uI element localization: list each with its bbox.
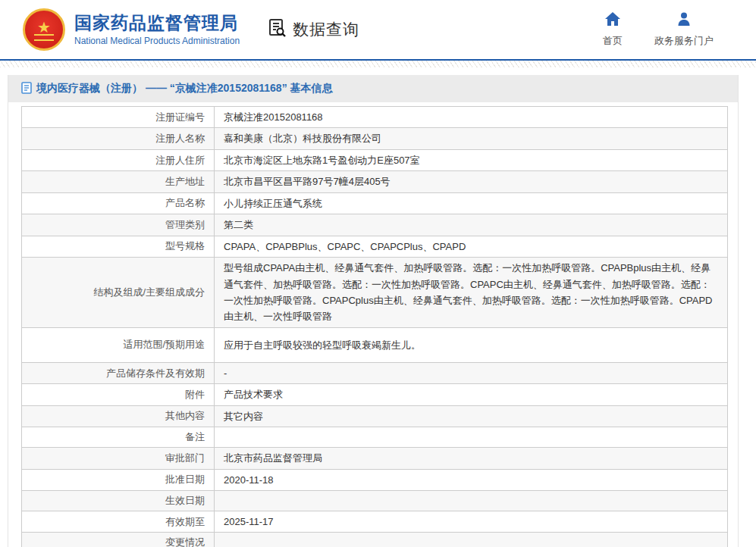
- row-value: 北京市药品监督管理局: [215, 448, 728, 469]
- nav-item-label: 首页: [603, 34, 623, 48]
- row-value: 其它内容: [215, 405, 728, 427]
- row-value: [215, 427, 728, 448]
- table-row: 变更情况: [22, 533, 728, 547]
- row-value: [215, 533, 728, 547]
- table-row: 结构及组成/主要组成成分型号组成CPAPA由主机、经鼻通气套件、加热呼吸管路。选…: [22, 258, 728, 328]
- row-value: 第二类: [215, 214, 728, 236]
- row-label: 备注: [22, 427, 215, 448]
- table-row: 产品名称小儿持续正压通气系统: [22, 192, 728, 214]
- table-wrap: 注册证编号京械注准20152081168注册人名称嘉和美康（北京）科技股份有限公…: [8, 102, 738, 547]
- table-row: 有效期至2025-11-17: [22, 511, 728, 533]
- row-label: 注册人住所: [22, 149, 215, 170]
- row-label: 型号规格: [22, 236, 215, 257]
- row-value: 京械注准20152081168: [215, 107, 728, 128]
- row-value: 2025-11-17: [215, 511, 728, 533]
- data-query-button[interactable]: 数据查询: [267, 17, 359, 42]
- table-row: 注册人住所北京市海淀区上地东路1号盈创动力E座507室: [22, 149, 728, 170]
- nav-item-home[interactable]: 首页: [603, 11, 623, 48]
- table-row: 生效日期: [22, 491, 728, 511]
- row-value: -: [215, 362, 728, 383]
- nav-item-portal[interactable]: 政务服务门户: [654, 11, 714, 48]
- row-label: 批准日期: [22, 469, 215, 490]
- row-value: 嘉和美康（北京）科技股份有限公司: [215, 128, 728, 149]
- table-row: 管理类别第二类: [22, 214, 728, 236]
- content-panel: 境内医疗器械（注册） —— “京械注准20152081168” 基本信息 注册证…: [8, 75, 739, 547]
- national-emblem-icon: ★: [23, 8, 65, 51]
- row-label: 产品储存条件及有效期: [22, 362, 215, 383]
- registration-info-table: 注册证编号京械注准20152081168注册人名称嘉和美康（北京）科技股份有限公…: [21, 106, 728, 547]
- user-icon: [676, 11, 692, 30]
- table-row: 注册证编号京械注准20152081168: [22, 107, 728, 128]
- table-row: 附件产品技术要求: [22, 384, 728, 405]
- table-row: 生产地址北京市昌平区昌平路97号7幢4层405号: [22, 171, 728, 192]
- brand[interactable]: ★ 国家药品监督管理局 National Medical Products Ad…: [23, 8, 240, 51]
- row-label: 变更情况: [22, 533, 215, 547]
- document-icon: [21, 82, 36, 96]
- row-value: 应用于自主呼吸较强的轻型呼吸衰竭新生儿。: [215, 327, 728, 362]
- row-value: 北京市海淀区上地东路1号盈创动力E座507室: [215, 149, 728, 170]
- row-value: 小儿持续正压通气系统: [215, 192, 728, 214]
- nav-item-label: 政务服务门户: [654, 34, 714, 48]
- row-label: 注册证编号: [22, 107, 215, 128]
- row-value: 产品技术要求: [215, 384, 728, 405]
- row-label: 生效日期: [22, 491, 215, 511]
- table-row: 适用范围/预期用途应用于自主呼吸较强的轻型呼吸衰竭新生儿。: [22, 327, 728, 362]
- header-nav: 首页 政务服务门户: [603, 11, 714, 48]
- org-name-en: National Medical Products Administration: [74, 36, 240, 46]
- table-row: 注册人名称嘉和美康（北京）科技股份有限公司: [22, 128, 728, 149]
- row-label: 附件: [22, 384, 215, 405]
- hatch-strip: [0, 61, 756, 67]
- row-label: 管理类别: [22, 214, 215, 236]
- row-label: 注册人名称: [22, 128, 215, 149]
- table-row: 备注: [22, 427, 728, 448]
- row-value: 型号组成CPAPA由主机、经鼻通气套件、加热呼吸管路。选配：一次性加热呼吸管路。…: [215, 258, 728, 328]
- table-row: 产品储存条件及有效期-: [22, 362, 728, 383]
- row-label: 审批部门: [22, 448, 215, 469]
- row-label: 结构及组成/主要组成成分: [22, 258, 215, 328]
- table-row: 审批部门北京市药品监督管理局: [22, 448, 728, 469]
- document-search-icon: [267, 17, 293, 42]
- row-value: [215, 491, 728, 511]
- row-label: 有效期至: [22, 511, 215, 533]
- table-row: 型号规格CPAPA、CPAPBPlus、CPAPC、CPAPCPlus、CPAP…: [22, 236, 728, 257]
- row-value: 2020-11-18: [215, 469, 728, 490]
- page-title: 境内医疗器械（注册） —— “京械注准20152081168” 基本信息: [36, 82, 333, 95]
- row-label: 生产地址: [22, 171, 215, 192]
- row-label: 其他内容: [22, 405, 215, 427]
- table-row: 其他内容其它内容: [22, 405, 728, 427]
- row-label: 产品名称: [22, 192, 215, 214]
- page-title-bar: 境内医疗器械（注册） —— “京械注准20152081168” 基本信息: [8, 75, 738, 102]
- home-icon: [604, 11, 621, 30]
- data-query-label: 数据查询: [293, 19, 359, 40]
- org-name-cn: 国家药品监督管理局: [74, 13, 240, 34]
- header: ★ 国家药品监督管理局 National Medical Products Ad…: [0, 0, 756, 59]
- table-row: 批准日期2020-11-18: [22, 469, 728, 490]
- row-value: 北京市昌平区昌平路97号7幢4层405号: [215, 171, 728, 192]
- row-value: CPAPA、CPAPBPlus、CPAPC、CPAPCPlus、CPAPD: [215, 236, 728, 257]
- row-label: 适用范围/预期用途: [22, 327, 215, 362]
